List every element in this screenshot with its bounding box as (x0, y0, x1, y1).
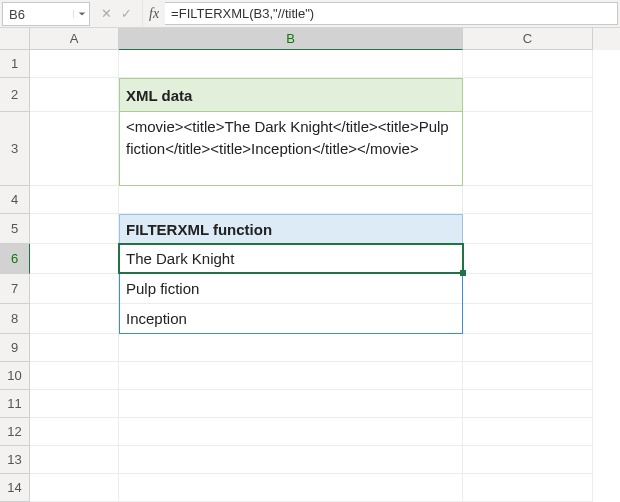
row-7: 7 Pulp fiction (0, 274, 620, 304)
row-header[interactable]: 3 (0, 112, 30, 186)
cell-a7[interactable] (30, 274, 119, 304)
cell-b4[interactable] (119, 186, 463, 214)
cell-a3[interactable] (30, 112, 119, 186)
cell-b9[interactable] (119, 334, 463, 362)
cell-b5-func-header[interactable]: FILTERXML function (119, 214, 463, 244)
row-5: 5 FILTERXML function (0, 214, 620, 244)
formula-edit-buttons: ✕ ✓ (90, 0, 143, 27)
row-header[interactable]: 1 (0, 50, 30, 78)
cell-a9[interactable] (30, 334, 119, 362)
row-header[interactable]: 13 (0, 446, 30, 474)
row-header[interactable]: 6 (0, 244, 30, 274)
cell-c10[interactable] (463, 362, 593, 390)
col-header-b[interactable]: B (119, 28, 463, 50)
fx-button[interactable]: fx (143, 0, 165, 27)
cell-b2-xml-header[interactable]: XML data (119, 78, 463, 112)
cancel-icon[interactable]: ✕ (98, 6, 114, 21)
formula-bar[interactable]: =FILTERXML(B3,"//title") (165, 2, 618, 25)
row-header[interactable]: 8 (0, 304, 30, 334)
row-4: 4 (0, 186, 620, 214)
cell-a5[interactable] (30, 214, 119, 244)
row-3: 3 <movie><title>The Dark Knight</title><… (0, 112, 620, 186)
cell-b8-result[interactable]: Inception (119, 304, 463, 334)
cell-a4[interactable] (30, 186, 119, 214)
row-header[interactable]: 10 (0, 362, 30, 390)
column-headers: A B C (0, 28, 620, 50)
fill-handle[interactable] (460, 270, 466, 276)
cell-a8[interactable] (30, 304, 119, 334)
cell-b12[interactable] (119, 418, 463, 446)
row-8: 8 Inception (0, 304, 620, 334)
name-box-wrap (2, 2, 90, 26)
cell-c9[interactable] (463, 334, 593, 362)
spreadsheet-grid: A B C 1 2 XML data 3 <movie><title>The D… (0, 28, 620, 502)
cell-c3[interactable] (463, 112, 593, 186)
row-6: 6 The Dark Knight (0, 244, 620, 274)
row-header[interactable]: 12 (0, 418, 30, 446)
row-12: 12 (0, 418, 620, 446)
cell-b11[interactable] (119, 390, 463, 418)
row-header[interactable]: 7 (0, 274, 30, 304)
cell-a10[interactable] (30, 362, 119, 390)
row-1: 1 (0, 50, 620, 78)
cell-b7-result[interactable]: Pulp fiction (119, 274, 463, 304)
cell-a1[interactable] (30, 50, 119, 78)
cell-b3-xml-body[interactable]: <movie><title>The Dark Knight</title><ti… (119, 112, 463, 186)
cell-c12[interactable] (463, 418, 593, 446)
cell-c13[interactable] (463, 446, 593, 474)
confirm-icon[interactable]: ✓ (118, 6, 134, 21)
cell-c5[interactable] (463, 214, 593, 244)
cell-c14[interactable] (463, 474, 593, 502)
select-all-corner[interactable] (0, 28, 30, 50)
row-11: 11 (0, 390, 620, 418)
cell-c11[interactable] (463, 390, 593, 418)
name-box[interactable] (3, 7, 73, 22)
row-header[interactable]: 2 (0, 78, 30, 112)
cell-b6-result[interactable]: The Dark Knight (119, 244, 463, 274)
row-2: 2 XML data (0, 78, 620, 112)
cell-a2[interactable] (30, 78, 119, 112)
row-header[interactable]: 9 (0, 334, 30, 362)
name-box-dropdown[interactable] (73, 10, 89, 18)
chevron-down-icon (78, 10, 86, 18)
cell-a13[interactable] (30, 446, 119, 474)
row-header[interactable]: 4 (0, 186, 30, 214)
cell-c4[interactable] (463, 186, 593, 214)
row-9: 9 (0, 334, 620, 362)
row-header[interactable]: 5 (0, 214, 30, 244)
cell-b13[interactable] (119, 446, 463, 474)
row-14: 14 (0, 474, 620, 502)
formula-toolbar: ✕ ✓ fx =FILTERXML(B3,"//title") (0, 0, 620, 28)
row-13: 13 (0, 446, 620, 474)
row-10: 10 (0, 362, 620, 390)
row-header[interactable]: 14 (0, 474, 30, 502)
grid-rows: 1 2 XML data 3 <movie><title>The Dark Kn… (0, 50, 620, 502)
cell-c1[interactable] (463, 50, 593, 78)
cell-c8[interactable] (463, 304, 593, 334)
cell-a14[interactable] (30, 474, 119, 502)
cell-c7[interactable] (463, 274, 593, 304)
cell-c2[interactable] (463, 78, 593, 112)
col-header-c[interactable]: C (463, 28, 593, 50)
row-header[interactable]: 11 (0, 390, 30, 418)
cell-a12[interactable] (30, 418, 119, 446)
cell-b10[interactable] (119, 362, 463, 390)
cell-b1[interactable] (119, 50, 463, 78)
col-header-a[interactable]: A (30, 28, 119, 50)
cell-b14[interactable] (119, 474, 463, 502)
cell-a11[interactable] (30, 390, 119, 418)
cell-a6[interactable] (30, 244, 119, 274)
cell-c6[interactable] (463, 244, 593, 274)
